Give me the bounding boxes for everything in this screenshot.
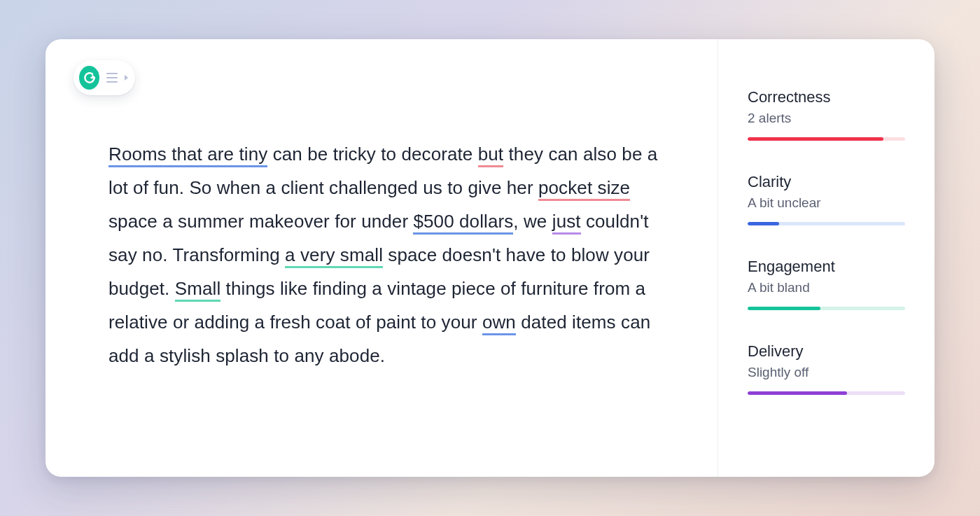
metric-subtext: A bit bland — [748, 280, 905, 295]
metric-bar — [748, 307, 905, 310]
metric-bar — [748, 137, 905, 141]
metric-engagement[interactable]: EngagementA bit bland — [748, 258, 905, 310]
metric-clarity[interactable]: ClarityA bit unclear — [748, 173, 905, 225]
suggestion-pink[interactable]: but — [478, 144, 503, 167]
suggestion-blue[interactable]: $500 dollars — [413, 211, 513, 235]
suggestion-teal[interactable]: Small — [175, 278, 221, 302]
text-run: , we — [513, 211, 552, 232]
suggestion-blue[interactable]: own — [482, 312, 516, 335]
suggestion-pink[interactable]: pocket size — [538, 177, 630, 201]
suggestion-purple[interactable]: just — [552, 211, 581, 235]
suggestion-teal[interactable]: a very small — [285, 244, 383, 268]
metric-bar-fill — [748, 391, 847, 395]
text-run: can be tricky to decorate — [267, 144, 477, 165]
metric-title: Clarity — [748, 173, 905, 191]
menu-icon — [106, 73, 118, 83]
metric-bar — [748, 391, 905, 395]
metric-correctness[interactable]: Correctness2 alerts — [748, 88, 905, 141]
expand-caret-icon — [125, 75, 128, 81]
metric-title: Delivery — [748, 342, 905, 361]
grammarly-toolbar[interactable] — [74, 60, 135, 95]
document-text[interactable]: Rooms that are tiny can be tricky to dec… — [108, 137, 668, 372]
metric-subtext: 2 alerts — [748, 111, 905, 126]
metric-bar-fill — [748, 222, 779, 225]
metric-delivery[interactable]: DeliverySlightly off — [748, 342, 905, 395]
metric-title: Engagement — [748, 258, 905, 276]
suggestion-blue[interactable]: Rooms that are tiny — [108, 144, 267, 167]
metric-bar-fill — [748, 307, 820, 310]
editor-main: Rooms that are tiny can be tricky to dec… — [46, 39, 718, 477]
text-run: space a summer makeover for under — [108, 211, 413, 232]
metric-title: Correctness — [748, 88, 905, 106]
metric-bar — [748, 222, 905, 225]
editor-card: Rooms that are tiny can be tricky to dec… — [46, 39, 934, 477]
grammarly-logo-icon — [79, 66, 99, 90]
metric-subtext: A bit unclear — [748, 195, 905, 211]
metric-bar-fill — [748, 137, 883, 141]
insights-sidebar: Correctness2 alertsClarityA bit unclearE… — [718, 39, 934, 477]
metric-subtext: Slightly off — [748, 365, 905, 380]
